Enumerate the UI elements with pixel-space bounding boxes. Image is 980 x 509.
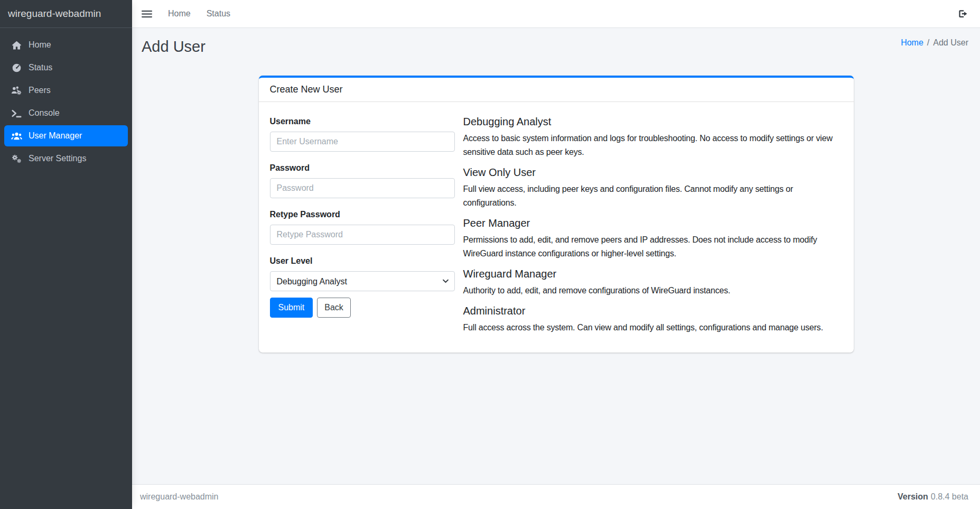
footer-version: Version0.8.4 beta bbox=[898, 492, 968, 502]
navbar-link-status[interactable]: Status bbox=[207, 9, 230, 18]
role-description: Permissions to add, edit, and remove pee… bbox=[463, 233, 845, 261]
username-label: Username bbox=[270, 116, 455, 127]
gears-icon bbox=[8, 154, 24, 163]
role-description: Full access across the system. Can view … bbox=[463, 321, 845, 335]
card-title: Create New User bbox=[259, 78, 854, 102]
footer: wireguard-webadmin Version0.8.4 beta bbox=[132, 484, 980, 509]
role-title: Peer Manager bbox=[463, 217, 845, 229]
user-level-select[interactable]: Debugging Analyst bbox=[270, 271, 455, 291]
footer-brand: wireguard-webadmin bbox=[140, 492, 219, 502]
navbar-link-home[interactable]: Home bbox=[168, 9, 191, 18]
gauge-icon bbox=[8, 63, 24, 73]
sidebar-item-label: Console bbox=[29, 108, 60, 118]
terminal-icon bbox=[8, 109, 24, 118]
retype-password-label: Retype Password bbox=[270, 209, 455, 220]
sidebar: wireguard-webadmin Home Status bbox=[0, 0, 132, 509]
add-user-form: Username Password Retype Password User L… bbox=[270, 116, 455, 335]
role-item: Wireguard Manager Authority to add, edit… bbox=[463, 268, 845, 298]
home-icon bbox=[8, 41, 24, 50]
users-icon bbox=[8, 132, 24, 141]
breadcrumb-home-link[interactable]: Home bbox=[901, 38, 923, 47]
role-item: Administrator Full access across the sys… bbox=[463, 305, 845, 335]
role-description: Authority to add, edit, and remove confi… bbox=[463, 284, 845, 298]
back-button[interactable]: Back bbox=[317, 298, 351, 318]
sidebar-item-label: Peers bbox=[29, 86, 51, 95]
menu-toggle-bars-icon[interactable] bbox=[142, 10, 152, 18]
sidebar-item-console[interactable]: Console bbox=[4, 103, 128, 124]
content: Create New User Username Password Retype… bbox=[132, 57, 980, 484]
users-gear-icon bbox=[8, 86, 24, 95]
role-descriptions: Debugging Analyst Access to basic system… bbox=[463, 116, 845, 335]
sidebar-item-label: Server Settings bbox=[29, 154, 86, 163]
role-description: Access to basic system information and l… bbox=[463, 132, 845, 159]
role-item: View Only User Full view access, includi… bbox=[463, 166, 845, 210]
sidebar-item-label: User Manager bbox=[29, 131, 82, 141]
role-description: Full view access, including peer keys an… bbox=[463, 182, 845, 210]
role-title: View Only User bbox=[463, 166, 845, 178]
sidebar-item-user-manager[interactable]: User Manager bbox=[4, 125, 128, 146]
sidebar-item-server-settings[interactable]: Server Settings bbox=[4, 148, 128, 169]
submit-button[interactable]: Submit bbox=[270, 298, 313, 318]
create-user-card: Create New User Username Password Retype… bbox=[259, 76, 854, 353]
content-header: Add User Home/Add User bbox=[132, 28, 980, 57]
username-input[interactable] bbox=[270, 132, 455, 152]
sidebar-item-status[interactable]: Status bbox=[4, 57, 128, 78]
sidebar-item-label: Status bbox=[29, 63, 52, 72]
sidebar-brand[interactable]: wireguard-webadmin bbox=[0, 0, 132, 28]
breadcrumb: Home/Add User bbox=[901, 38, 968, 48]
main-area: Home Status Add User Home/Add User Creat… bbox=[132, 0, 980, 509]
retype-password-input[interactable] bbox=[270, 225, 455, 245]
role-title: Debugging Analyst bbox=[463, 116, 845, 127]
sidebar-item-label: Home bbox=[29, 40, 51, 50]
user-level-label: User Level bbox=[270, 255, 455, 266]
role-item: Debugging Analyst Access to basic system… bbox=[463, 116, 845, 159]
breadcrumb-current: Add User bbox=[933, 38, 968, 47]
role-title: Wireguard Manager bbox=[463, 268, 845, 280]
role-title: Administrator bbox=[463, 305, 845, 317]
sign-out-icon[interactable] bbox=[958, 9, 968, 18]
page-title: Add User bbox=[142, 36, 206, 57]
top-navbar: Home Status bbox=[132, 0, 980, 28]
sidebar-item-home[interactable]: Home bbox=[4, 34, 128, 55]
breadcrumb-separator: / bbox=[927, 38, 929, 47]
sidebar-item-peers[interactable]: Peers bbox=[4, 80, 128, 101]
password-input[interactable] bbox=[270, 178, 455, 198]
sidebar-nav: Home Status bbox=[0, 28, 132, 177]
role-item: Peer Manager Permissions to add, edit, a… bbox=[463, 217, 845, 261]
password-label: Password bbox=[270, 162, 455, 173]
